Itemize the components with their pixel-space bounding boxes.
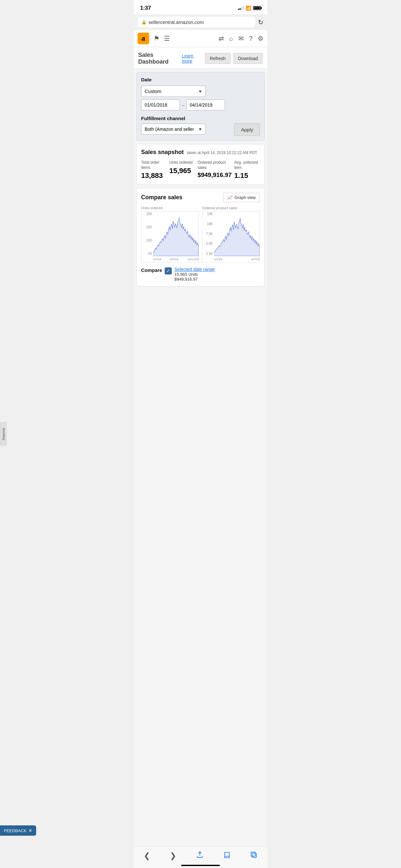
mail-icon[interactable]: ✉ bbox=[238, 35, 244, 42]
bookmarks-button[interactable] bbox=[220, 850, 235, 850]
metric-avg-units: Avg. units/ord item 1.15 bbox=[235, 160, 260, 180]
status-bar: 1:37 📶 bbox=[134, 0, 267, 14]
bottom-nav: ❮ ❯ bbox=[134, 846, 267, 850]
learn-more-link[interactable]: Learn more bbox=[182, 53, 202, 64]
date-from-input[interactable] bbox=[141, 99, 180, 111]
date-type-select[interactable]: Custom bbox=[141, 86, 206, 97]
compare-card: Compare sales 📈 Graph view Units ordered… bbox=[136, 188, 265, 286]
page-content: Reports Sales Dashboard Learn more Refre… bbox=[134, 47, 267, 850]
settings-icon[interactable]: ⚙ bbox=[258, 35, 264, 42]
date-to-input[interactable] bbox=[186, 99, 225, 111]
graph-view-button[interactable]: 📈 Graph view bbox=[223, 193, 260, 202]
fulfillment-section: Fulfillment channel Both (Amazon and sel… bbox=[141, 116, 229, 135]
fulfillment-select[interactable]: Both (Amazon and seller) bbox=[141, 124, 206, 135]
snapshot-title: Sales snapshot bbox=[141, 149, 184, 155]
amazon-logo: a bbox=[137, 33, 149, 44]
metric-value-0: 13,883 bbox=[141, 172, 166, 180]
help-icon[interactable]: ? bbox=[249, 35, 252, 42]
legend-units: 15,965 Units bbox=[174, 272, 215, 277]
fulfillment-dropdown-wrapper: Both (Amazon and seller) ▼ bbox=[141, 124, 206, 135]
metric-label-0: Total order items bbox=[141, 160, 166, 170]
chart1-wrap: 200 150 100 50 1/1/18 6/7/18 11/11/18 bbox=[141, 211, 199, 263]
metric-label-1: Units ordered bbox=[169, 160, 195, 165]
page-title: Sales Dashboard bbox=[138, 52, 179, 65]
filter-row: Fulfillment channel Both (Amazon and sel… bbox=[141, 116, 260, 136]
wifi-icon: 📶 bbox=[246, 5, 251, 11]
url-bar[interactable]: 🔒 sellercentral.amazon.com bbox=[137, 17, 255, 27]
chart1-area bbox=[153, 212, 198, 256]
chart1-x-axis: 1/1/18 6/7/18 11/11/18 bbox=[153, 256, 198, 262]
graph-view-icon: 📈 bbox=[227, 195, 233, 200]
lock-icon: 🔒 bbox=[142, 20, 147, 25]
url-text: sellercentral.amazon.com bbox=[149, 20, 204, 25]
chart2-y-axis: 13K 10K 7.5K 5.0K 2.5K bbox=[203, 212, 214, 256]
chart2-area bbox=[214, 212, 259, 256]
status-time: 1:37 bbox=[140, 5, 151, 11]
date-type-wrapper: Custom ▼ bbox=[141, 86, 206, 97]
status-icons: 📶 bbox=[238, 5, 261, 11]
chart1-label: Units ordered bbox=[141, 206, 199, 210]
compare-bottom: Compare ✓ Selected date range 15,965 Uni… bbox=[141, 267, 260, 282]
legend-selected-range[interactable]: Selected date range bbox=[174, 267, 215, 272]
product-sales-chart: Ordered product sales 13K 10K 7.5K 5.0K … bbox=[202, 206, 260, 263]
signal-icon bbox=[238, 6, 244, 10]
chart2-label: Ordered product sales bbox=[202, 206, 260, 210]
back-button[interactable]: ❮ bbox=[140, 850, 154, 850]
chart1-svg bbox=[153, 212, 198, 256]
charts-row: Units ordered 200 150 100 50 1/1/18 bbox=[141, 206, 260, 263]
reload-button[interactable]: ↻ bbox=[258, 19, 264, 26]
date-label: Date bbox=[141, 77, 260, 82]
metric-value-2: $949,916.97 bbox=[197, 172, 232, 179]
chart2-x-axis: 1/1/18 6/7/18 bbox=[214, 256, 259, 262]
flag-icon[interactable]: ⚑ bbox=[154, 35, 159, 42]
fulfillment-label: Fulfillment channel bbox=[141, 116, 229, 121]
apply-button[interactable]: Apply bbox=[234, 123, 260, 136]
snapshot-subtitle: taken at April 14, 2019 10:22:22 AM PDT bbox=[187, 151, 257, 155]
date-separator: – bbox=[182, 102, 184, 107]
dashboard-header: Sales Dashboard Learn more Refresh Downl… bbox=[134, 47, 267, 69]
download-button[interactable]: Download bbox=[233, 53, 263, 64]
compare-header: Compare sales 📈 Graph view bbox=[141, 193, 260, 202]
snapshot-metrics: Total order items 13,883 Units ordered 1… bbox=[141, 160, 260, 180]
filter-card: Date Custom ▼ – Fulfillment channel Both… bbox=[136, 72, 265, 141]
metric-total-order-items: Total order items 13,883 bbox=[141, 160, 166, 180]
amazon-navbar: a ⚑ ☰ ⇄ ⌕ ✉ ? ⚙ bbox=[134, 30, 267, 47]
metric-value-3: 1.15 bbox=[235, 172, 260, 180]
compare-title: Compare sales bbox=[141, 194, 182, 201]
date-range-row: – bbox=[141, 99, 260, 111]
legend-item: ✓ Selected date range 15,965 Units $949,… bbox=[165, 267, 260, 282]
metric-label-3: Avg. units/ord item bbox=[235, 160, 260, 170]
menu-icon[interactable]: ☰ bbox=[164, 35, 170, 42]
units-ordered-chart: Units ordered 200 150 100 50 1/1/18 bbox=[141, 206, 199, 263]
legend-checkbox-icon[interactable]: ✓ bbox=[165, 268, 172, 275]
chart2-wrap: 13K 10K 7.5K 5.0K 2.5K 1/1/18 6/7/18 bbox=[202, 211, 260, 263]
header-buttons: Refresh Download bbox=[205, 53, 263, 64]
metric-value-1: 15,965 bbox=[169, 166, 195, 175]
forward-button[interactable]: ❯ bbox=[166, 850, 180, 850]
tabs-button[interactable] bbox=[246, 850, 261, 850]
metric-label-2: Ordered product sales bbox=[197, 160, 232, 170]
legend-sales: $949,916.97 bbox=[174, 277, 215, 282]
snapshot-header: Sales snapshot taken at April 14, 2019 1… bbox=[141, 149, 260, 156]
browser-bar: 🔒 sellercentral.amazon.com ↻ bbox=[134, 14, 267, 30]
battery-icon bbox=[253, 6, 261, 10]
search-icon[interactable]: ⌕ bbox=[229, 35, 233, 42]
metric-product-sales: Ordered product sales $949,916.97 bbox=[197, 160, 232, 180]
compare-label: Compare bbox=[141, 268, 162, 273]
share-button[interactable] bbox=[192, 850, 207, 850]
chart2-svg bbox=[214, 212, 259, 256]
legend-text-group: Selected date range 15,965 Units $949,91… bbox=[174, 267, 215, 282]
refresh-button[interactable]: Refresh bbox=[205, 53, 230, 64]
transfer-icon[interactable]: ⇄ bbox=[219, 35, 224, 42]
metric-units-ordered: Units ordered 15,965 bbox=[169, 160, 195, 180]
snapshot-card: Sales snapshot taken at April 14, 2019 1… bbox=[136, 144, 265, 185]
chart1-y-axis: 200 150 100 50 bbox=[142, 212, 153, 256]
